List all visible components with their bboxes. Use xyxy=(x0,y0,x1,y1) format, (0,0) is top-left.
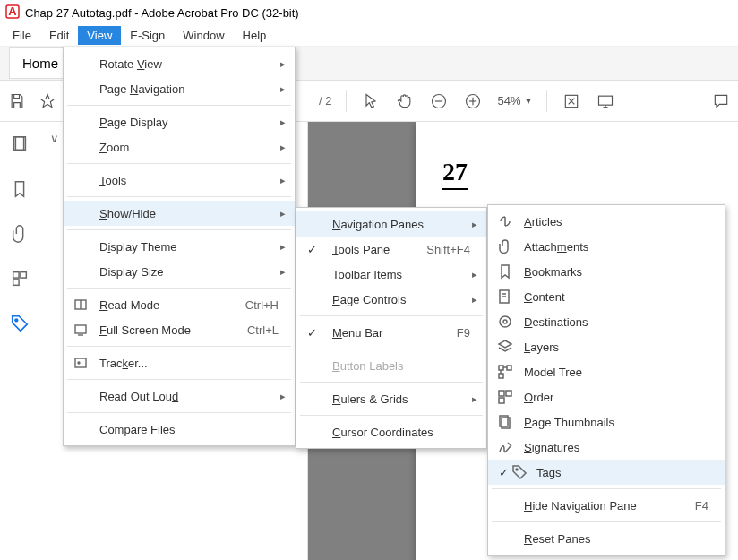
menu-bar: File Edit View E-Sign Window Help xyxy=(0,25,738,47)
menu-read-out-loud[interactable]: Read Out Loud xyxy=(64,383,295,409)
thumbnails-icon[interactable] xyxy=(10,134,30,154)
view-menu-dropdown: Rotate View Page Navigation Page Display… xyxy=(63,47,296,446)
menu-page-display[interactable]: Page Display xyxy=(64,109,295,134)
menu-zoom[interactable]: Zoom xyxy=(64,134,295,159)
menu-tools-pane[interactable]: ✓Tools PaneShift+F4 xyxy=(296,237,486,262)
menu-help[interactable]: Help xyxy=(234,26,276,45)
menu-show-hide[interactable]: Show/Hide xyxy=(64,201,295,226)
menu-window[interactable]: Window xyxy=(174,26,233,45)
svg-rect-22 xyxy=(75,358,86,367)
svg-rect-8 xyxy=(599,96,613,105)
zoom-out-icon[interactable] xyxy=(429,91,449,111)
menu-navigation-panes[interactable]: Navigation Panes xyxy=(296,211,486,237)
menu-esign[interactable]: E-Sign xyxy=(121,26,174,45)
menu-tags[interactable]: ✓Tags xyxy=(488,460,725,485)
app-icon: A xyxy=(5,4,20,22)
tags-icon[interactable] xyxy=(10,314,30,333)
menu-order[interactable]: Order xyxy=(488,384,725,409)
menu-page-thumbnails[interactable]: Page Thumbnails xyxy=(488,409,725,435)
zoom-in-icon[interactable] xyxy=(463,91,483,111)
menu-attachments[interactable]: Attachments xyxy=(488,234,725,259)
page-heading: 27 xyxy=(442,158,468,190)
svg-point-28 xyxy=(503,320,507,323)
navigation-panes-submenu: Articles Attachments Bookmarks Content D… xyxy=(487,204,725,556)
comment-icon[interactable] xyxy=(711,91,731,111)
menu-articles[interactable]: Articles xyxy=(488,209,725,234)
svg-rect-29 xyxy=(499,366,503,370)
menu-button-labels: Button Labels xyxy=(296,353,486,378)
svg-rect-13 xyxy=(13,272,18,278)
svg-point-23 xyxy=(78,362,80,364)
svg-rect-36 xyxy=(499,398,504,403)
menu-toolbar-items[interactable]: Toolbar Items xyxy=(296,262,486,287)
menu-reset-panes[interactable]: Reset Panes xyxy=(488,526,725,551)
menu-model-tree[interactable]: Model Tree xyxy=(488,359,725,384)
menu-rotate-view[interactable]: Rotate View xyxy=(64,51,295,76)
svg-rect-15 xyxy=(13,280,18,285)
svg-text:A: A xyxy=(8,4,17,18)
menu-content[interactable]: Content xyxy=(488,284,725,309)
menu-page-navigation[interactable]: Page Navigation xyxy=(64,76,295,101)
show-hide-submenu: Navigation Panes ✓Tools PaneShift+F4 Too… xyxy=(296,207,487,449)
window-title: Chap 27 Autotag.pdf - Adobe Acrobat Pro … xyxy=(25,6,299,20)
title-bar: A Chap 27 Autotag.pdf - Adobe Acrobat Pr… xyxy=(0,0,738,25)
menu-rulers-grids[interactable]: Rulers & Grids xyxy=(296,386,486,411)
menu-file[interactable]: File xyxy=(4,26,40,45)
star-icon[interactable] xyxy=(38,91,57,111)
menu-compare-files[interactable]: Compare Files xyxy=(64,417,295,442)
menu-hide-navigation-pane[interactable]: Hide Navigation PaneF4 xyxy=(488,493,725,518)
svg-point-40 xyxy=(516,469,518,470)
attachment-icon[interactable] xyxy=(10,224,30,244)
bookmark-icon[interactable] xyxy=(10,179,30,199)
svg-point-27 xyxy=(500,316,511,327)
svg-line-39 xyxy=(508,443,511,446)
svg-rect-35 xyxy=(506,391,511,396)
svg-rect-30 xyxy=(507,366,511,370)
svg-rect-31 xyxy=(499,374,503,378)
menu-tracker[interactable]: Tracker... xyxy=(64,350,295,375)
page-count: / 2 xyxy=(319,94,331,108)
menu-page-controls[interactable]: Page Controls xyxy=(296,287,486,312)
menu-cursor-coordinates[interactable]: Cursor Coordinates xyxy=(296,419,486,444)
svg-rect-20 xyxy=(75,325,86,333)
svg-rect-34 xyxy=(499,391,504,396)
left-rail xyxy=(0,122,39,560)
menu-display-size[interactable]: Display Size xyxy=(64,259,295,284)
menu-destinations[interactable]: Destinations xyxy=(488,309,725,334)
menu-signatures[interactable]: Signatures xyxy=(488,435,725,460)
menu-read-mode[interactable]: Read ModeCtrl+H xyxy=(64,292,295,317)
menu-view[interactable]: View xyxy=(78,26,121,45)
menu-full-screen[interactable]: Full Screen ModeCtrl+L xyxy=(64,317,295,342)
order-icon[interactable] xyxy=(10,269,30,289)
fit-icon[interactable] xyxy=(562,91,581,111)
menu-bookmarks[interactable]: Bookmarks xyxy=(488,259,725,284)
menu-edit[interactable]: Edit xyxy=(40,26,78,45)
menu-display-theme[interactable]: Display Theme xyxy=(64,234,295,259)
menu-layers[interactable]: Layers xyxy=(488,334,725,359)
svg-point-16 xyxy=(14,319,17,322)
save-icon[interactable] xyxy=(7,91,27,111)
presentation-icon[interactable] xyxy=(596,91,615,111)
hand-icon[interactable] xyxy=(395,91,415,111)
menu-tools[interactable]: Tools xyxy=(64,168,295,193)
menu-menu-bar[interactable]: ✓Menu BarF9 xyxy=(296,320,486,345)
svg-rect-14 xyxy=(20,272,25,278)
zoom-level[interactable]: 54%▼ xyxy=(497,94,532,108)
pointer-icon[interactable] xyxy=(361,91,381,111)
